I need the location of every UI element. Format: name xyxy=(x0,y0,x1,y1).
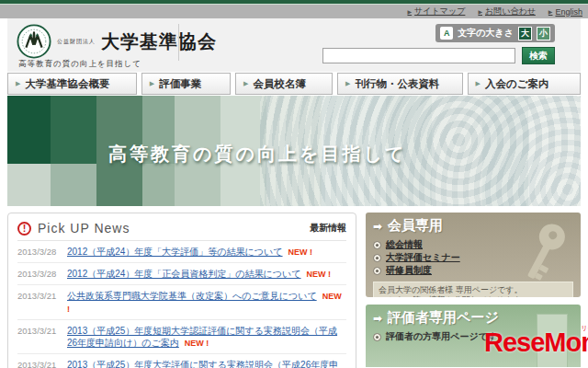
font-size-small-button[interactable]: 小 xyxy=(537,27,550,40)
org-type-label: 公益財団法人 xyxy=(57,39,96,45)
members-link-seminar[interactable]: 大学評価セミナー xyxy=(386,251,460,264)
bullet-icon xyxy=(373,267,381,275)
members-description: 会員大学の関係者様 専用ページです。 セミナー等の情報を公開しております。 xyxy=(373,282,573,297)
nav-item-label: 会員校名簿 xyxy=(254,77,307,91)
triangle-icon: ▶ xyxy=(345,80,350,87)
members-link-row: 大学評価セミナー xyxy=(373,251,573,264)
site-header: 公益財団法人 大学基準協会 高等教育の質の向上を目指して A 文字の大きさ 大 … xyxy=(7,18,581,72)
members-panel-title: ➡ 会員専用 xyxy=(373,217,573,235)
news-row: 2013/3/21 公共政策系専門職大学院基準（改定案）へのご意見についてNEW… xyxy=(17,285,346,320)
font-size-widget: A 文字の大きさ 大 小 xyxy=(435,24,555,42)
members-link-row: 総会情報 xyxy=(373,238,573,251)
utility-link-contact[interactable]: ▶お問い合わせ xyxy=(478,6,535,17)
site-title: 大学基準協会 xyxy=(101,29,217,54)
latest-info-label: 最新情報 xyxy=(310,222,346,235)
watermark-furigana: リセマム xyxy=(581,324,588,333)
triangle-icon: ▶ xyxy=(150,80,154,87)
hero-mosaic-block xyxy=(142,164,175,206)
utility-bar: ▶サイトマップ ▶お問い合わせ ▶English xyxy=(0,5,588,18)
utility-link-label: お問い合わせ xyxy=(485,6,536,17)
arrow-right-icon: ➡ xyxy=(373,220,382,233)
triangle-icon: ▶ xyxy=(476,80,481,87)
hero-mosaic-block xyxy=(51,164,96,206)
new-badge: NEW ! xyxy=(288,247,313,257)
news-link[interactable]: 2012（平成24）年度「正会員資格判定」の結果について xyxy=(67,269,301,279)
news-row: 2013/3/21 2013（平成25）年度大学評価に関する実務説明会（平成26… xyxy=(17,354,346,368)
news-row: 2013/3/21 2013（平成25）年度短期大学認証評価に関する実務説明会（… xyxy=(17,320,346,354)
site-logo[interactable]: 公益財団法人 大学基準協会 xyxy=(17,24,217,59)
triangle-icon: ▶ xyxy=(243,80,248,87)
nav-item-admission[interactable]: ▶入会のご案内 xyxy=(468,73,581,95)
nav-item-member-schools[interactable]: ▶会員校名簿 xyxy=(235,73,333,95)
nav-item-about[interactable]: ▶大学基準協会概要 xyxy=(7,73,137,95)
evaluators-panel-title: ➡ 評価者専用ページ xyxy=(373,309,573,327)
utility-link-english[interactable]: ▶English xyxy=(548,7,582,17)
nav-item-label: 大学基準協会概要 xyxy=(25,77,109,91)
news-date: 2013/3/21 xyxy=(17,359,67,368)
new-badge: NEW ! xyxy=(185,339,209,348)
members-only-panel: ➡ 会員専用 総会情報 大学評価セミナー 研修員制度 会員大学の関係者様 専用ペ… xyxy=(366,213,581,297)
triangle-icon: ▶ xyxy=(16,80,20,87)
text-size-icon: A xyxy=(440,27,453,40)
hero-title: 高等教育の質の向上を目指して xyxy=(108,142,406,167)
triangle-icon: ▶ xyxy=(407,8,412,15)
font-size-label: 文字の大きさ xyxy=(458,27,514,40)
evaluators-page-link[interactable]: 評価者の方専用ページです xyxy=(386,330,497,343)
news-link[interactable]: 2013（平成25）年度大学評価に関する実務説明会（平成26年度申請向け）のご案… xyxy=(67,360,338,368)
alert-icon: ! xyxy=(17,222,31,236)
bullet-icon xyxy=(373,333,381,341)
members-link-trainee[interactable]: 研修員制度 xyxy=(386,264,432,277)
members-link-assembly[interactable]: 総会情報 xyxy=(386,238,423,251)
news-link[interactable]: 公共政策系専門職大学院基準（改定案）へのご意見について xyxy=(67,291,317,301)
hero-mosaic-block xyxy=(7,164,51,206)
main-navigation: ▶大学基準協会概要 ▶評価事業 ▶会員校名簿 ▶刊行物・公表資料 ▶入会のご案内 xyxy=(7,73,581,95)
nav-item-label: 評価事業 xyxy=(159,77,201,91)
news-row: 2013/3/28 2012（平成24）年度「正会員資格判定」の結果についてNE… xyxy=(17,263,346,285)
news-date: 2013/3/21 xyxy=(17,290,67,316)
arrow-right-icon: ➡ xyxy=(373,312,382,325)
font-size-large-button[interactable]: 大 xyxy=(518,27,532,40)
hero-banner: 高等教育の質の向上を目指して xyxy=(7,96,581,206)
site-tagline: 高等教育の質の向上を目指して xyxy=(18,59,141,70)
header-divider xyxy=(178,24,179,61)
search-button[interactable]: 検索 xyxy=(522,47,555,64)
utility-link-label: サイトマップ xyxy=(414,6,465,17)
news-row: 2013/3/28 2012（平成24）年度「大学評価」等の結果についてNEW … xyxy=(17,241,346,263)
nav-item-publications[interactable]: ▶刊行物・公表資料 xyxy=(337,73,463,95)
news-header: ! Pick UP News 最新情報 xyxy=(17,217,346,241)
triangle-icon: ▶ xyxy=(478,8,482,15)
news-panel-title: Pick UP News xyxy=(38,221,130,236)
nav-item-label: 刊行物・公表資料 xyxy=(355,77,439,91)
utility-link-sitemap[interactable]: ▶サイトマップ xyxy=(407,6,465,17)
nav-item-evaluation[interactable]: ▶評価事業 xyxy=(141,73,231,95)
search-input[interactable] xyxy=(322,48,515,63)
new-badge: NEW ! xyxy=(307,270,332,279)
members-title-label: 会員専用 xyxy=(388,217,443,235)
nav-item-label: 入会のご案内 xyxy=(485,77,549,91)
members-description-line: セミナー等の情報を公開しております。 xyxy=(379,295,568,297)
news-link[interactable]: 2012（平成24）年度「大学評価」等の結果について xyxy=(67,247,283,257)
evaluators-title-label: 評価者専用ページ xyxy=(388,309,499,327)
utility-link-label: English xyxy=(555,7,582,17)
juaa-seal-icon xyxy=(17,24,51,59)
news-date: 2013/3/28 xyxy=(17,246,67,259)
bullet-icon xyxy=(373,241,381,249)
members-link-row: 研修員制度 xyxy=(373,264,573,277)
watermark-text: ReseMom. xyxy=(484,328,588,357)
bullet-icon xyxy=(373,254,381,262)
pickup-news-panel: ! Pick UP News 最新情報 2013/3/28 2012（平成24）… xyxy=(7,213,356,368)
search-bar: 検索 xyxy=(322,47,555,64)
triangle-icon: ▶ xyxy=(548,8,553,15)
resemom-watermark: リセマム ReseMom. xyxy=(484,328,588,358)
members-description-line: 会員大学の関係者様 専用ページです。 xyxy=(379,285,568,295)
news-date: 2013/3/21 xyxy=(17,325,67,350)
news-date: 2013/3/28 xyxy=(17,268,67,281)
